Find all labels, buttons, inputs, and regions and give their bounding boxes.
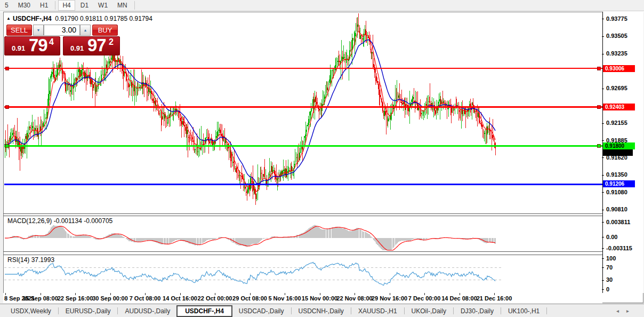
- tab-separator: [404, 307, 405, 314]
- time-tick-label: 22 Nov 08:00: [336, 295, 372, 302]
- chart-tab-uk100h1[interactable]: UK100-,H1: [502, 306, 546, 316]
- chart-tab-eurusddaily[interactable]: EURUSD-,Daily: [59, 306, 117, 316]
- timeframe-toolbar: 5M30H1H4D1W1MN: [0, 0, 644, 11]
- tab-separator: [291, 307, 292, 314]
- line-handle[interactable]: [5, 144, 9, 147]
- macd-label: MACD(12,26,9) -0.001134 -0.000705: [7, 217, 112, 225]
- tab-separator: [501, 307, 501, 314]
- time-tick-label: 22 Oct 00:00: [198, 295, 232, 302]
- toolbar-separator: [55, 1, 55, 10]
- symbol-period-label: USDCHF-,H4: [13, 15, 52, 22]
- volume-decrease-button[interactable]: ▼: [33, 25, 44, 36]
- time-tick-label: 15 Sep 08:00: [22, 295, 58, 302]
- price-tick-label: 0.93235: [606, 50, 627, 57]
- sell-price-prefix: 0.91: [12, 44, 25, 52]
- price-tick-label: 0.92695: [606, 85, 627, 91]
- arrow-down-icon: ▼: [37, 28, 41, 32]
- sell-price-pip: 4: [49, 37, 54, 47]
- rsi-axis-label: 0: [606, 286, 609, 292]
- chart-tab-ukoildaily[interactable]: UKOil-,Daily: [405, 306, 453, 316]
- tab-scroll-left-icon[interactable]: ◂: [616, 308, 626, 314]
- rsi-line: [5, 262, 495, 285]
- volume-increase-button[interactable]: ▲: [80, 25, 91, 36]
- chart-tab-bar: USDX,WeeklyEURUSD-,DailyAUDUSD-,DailyUSD…: [0, 304, 644, 317]
- time-tick-label: 15 Nov 00:00: [302, 295, 337, 302]
- line-handle[interactable]: [597, 144, 600, 147]
- line-handle[interactable]: [597, 106, 600, 109]
- price-tick-label: 0.92155: [606, 120, 627, 126]
- time-tick-label: 7 Dec 00:00: [408, 295, 441, 302]
- chart-tab-audusddaily[interactable]: AUDUSD-,Daily: [118, 306, 176, 316]
- timeframe-button-d1[interactable]: D1: [76, 0, 93, 11]
- macd-axis-label: -0.003115: [606, 245, 632, 251]
- rsi-axis-label: 70: [606, 264, 613, 271]
- arrow-up-icon: ▲: [84, 28, 87, 32]
- time-tick-label: 14 Oct 16:00: [163, 295, 197, 302]
- timeframe-button-m30[interactable]: M30: [14, 0, 35, 11]
- price-tick-label: 0.90810: [606, 206, 627, 212]
- buy-price-pip: 2: [109, 37, 114, 47]
- timeframe-button-h4[interactable]: H4: [58, 0, 75, 11]
- level-price-badge: 0.93006: [603, 65, 635, 72]
- rsi-axis-label: 30: [606, 276, 613, 283]
- time-axis[interactable]: 8 Sep 202115 Sep 08:0022 Sep 16:0030 Sep…: [3, 293, 602, 303]
- level-price-badge: 0.91206: [603, 180, 635, 187]
- timeframe-button-w1[interactable]: W1: [94, 0, 112, 11]
- tab-separator: [58, 307, 59, 314]
- tab-separator: [546, 307, 547, 314]
- time-tick-label: 29 Oct 08:00: [232, 295, 267, 302]
- pane-divider[interactable]: [3, 251, 602, 252]
- buy-price-prefix: 0.91: [70, 44, 84, 52]
- line-handle[interactable]: [597, 67, 600, 70]
- time-tick-label: 14 Dec 08:00: [441, 295, 477, 302]
- tab-separator: [117, 307, 118, 314]
- timeframe-button-5[interactable]: 5: [1, 0, 13, 11]
- time-tick-label: 5 Nov 16:00: [268, 295, 301, 302]
- toolbar-separator: [134, 1, 135, 10]
- chart-tab-xauusdh1[interactable]: XAUUSD-,H1: [352, 306, 404, 316]
- tab-separator: [453, 307, 454, 314]
- ma-slow-line: [5, 40, 495, 184]
- line-handle[interactable]: [5, 67, 9, 70]
- tab-scroll-right-icon[interactable]: ▸: [626, 308, 637, 314]
- timeframe-button-h1[interactable]: H1: [36, 0, 52, 11]
- price-axis[interactable]: 0.937750.935050.932350.926950.921550.918…: [603, 12, 643, 293]
- volume-input[interactable]: 3.00: [44, 25, 80, 36]
- macd-axis-label: 0.003811: [606, 219, 630, 225]
- time-tick-label: 22 Sep 16:00: [58, 295, 93, 302]
- level-price-badge: 0.91800: [603, 142, 635, 149]
- ohlc-quotes: 0.91790 0.91811 0.91785 0.91794: [55, 15, 152, 22]
- time-tick-label: 21 Dec 16:00: [477, 295, 512, 302]
- chart-tab-dj30daily[interactable]: DJ30-,Daily: [454, 306, 500, 316]
- line-handle[interactable]: [5, 106, 9, 109]
- sell-price-button[interactable]: 0.91 79 4: [4, 36, 60, 56]
- tab-separator: [351, 307, 351, 314]
- tab-scroll-arrows[interactable]: ◂▸: [616, 308, 637, 314]
- collapse-triangle-icon[interactable]: ▲: [6, 16, 11, 21]
- macd-axis-label: 0.00: [606, 234, 617, 240]
- macd-histogram: [5, 225, 495, 250]
- one-click-trade-panel: SELL ▼ 3.00 ▲ BUY 0.91 79 4 0.91 97 2: [4, 24, 120, 56]
- time-tick-label: 7 Oct 08:00: [130, 295, 161, 302]
- price-tick-label: 0.91350: [606, 171, 627, 178]
- chart-tab-usdxweekly[interactable]: USDX,Weekly: [4, 306, 58, 316]
- chart-tab-usdcaddaily[interactable]: USDCAD-,Daily: [232, 306, 291, 316]
- time-tick-label: 29 Nov 16:00: [372, 295, 407, 302]
- sell-price-main: 79: [29, 35, 47, 56]
- rsi-axis-label: 100: [606, 255, 616, 261]
- buy-price-button[interactable]: 0.91 97 2: [63, 36, 120, 56]
- rsi-indicator-pane[interactable]: [4, 255, 602, 293]
- chart-title: ▲USDCHF-,H4 0.91790 0.91811 0.91785 0.91…: [6, 15, 152, 22]
- pane-divider[interactable]: [3, 213, 602, 214]
- chart-tab-usdcnhdaily[interactable]: USDCNH-,Daily: [292, 306, 350, 316]
- buy-price-main: 97: [87, 35, 106, 56]
- current-price-badge: [603, 149, 633, 156]
- chart-tab-usdchfh4[interactable]: USDCHF-,H4: [176, 305, 232, 317]
- buy-button[interactable]: BUY: [92, 25, 118, 36]
- timeframe-button-mn[interactable]: MN: [113, 0, 132, 11]
- price-tick-label: 0.91080: [606, 189, 627, 195]
- level-price-badge: 0.92403: [603, 104, 635, 110]
- sell-button[interactable]: SELL: [6, 25, 32, 36]
- rsi-label: RSI(14) 37.1993: [7, 256, 54, 264]
- price-tick-label: 0.93505: [606, 33, 627, 39]
